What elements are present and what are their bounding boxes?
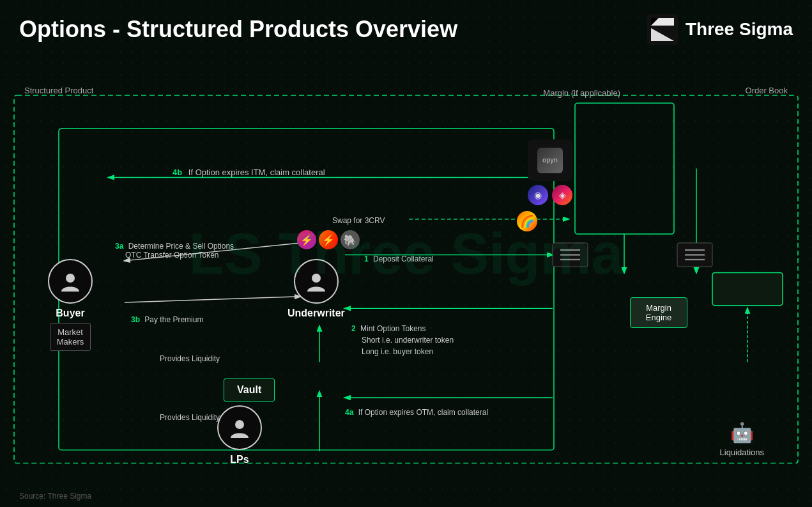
vault-box: Vault <box>224 378 275 402</box>
source-text: Source: Three Sigma <box>19 492 91 501</box>
lps-label: LPs <box>230 454 249 465</box>
margin-engine-label: Margin Engine <box>646 303 671 322</box>
provides-liquidity-2: Provides Liquidity <box>160 413 220 422</box>
token-icon-1: ⚡ <box>297 230 316 249</box>
buyer-avatar <box>48 259 93 304</box>
brand-icon <box>647 14 678 45</box>
svg-rect-21 <box>677 243 712 267</box>
svg-point-27 <box>235 420 244 429</box>
buyer-node: Buyer Market Makers <box>48 259 93 351</box>
protocol-logos: ◉ ◈ <box>528 185 572 205</box>
structured-product-label: Structured Product <box>24 86 93 95</box>
swap-label: Swap for 3CRV <box>332 216 385 225</box>
provides-liquidity-1: Provides Liquidity <box>160 354 220 363</box>
coin-token: 🌈 <box>517 211 537 231</box>
token-icon-2: ⚡ <box>319 230 338 249</box>
robot-icon: 🤖 <box>730 421 754 444</box>
orderbook-label: Order Book <box>746 86 788 95</box>
margin-engine-box: Margin Engine <box>630 297 687 328</box>
svg-rect-3 <box>575 103 674 234</box>
brand-name: Three Sigma <box>686 19 793 40</box>
underwriter-avatar <box>294 259 339 304</box>
brand-logo: Three Sigma <box>647 14 793 45</box>
svg-rect-4 <box>712 273 783 306</box>
step-4a-label: 4a If Option expires OTM, claim collater… <box>345 408 488 417</box>
liquidations-label: Liquidations <box>720 448 764 457</box>
buyer-person-icon <box>59 270 82 293</box>
lps-avatar <box>217 405 262 450</box>
liquidations-area: 🤖 Liquidations <box>720 421 764 457</box>
protocol-logo-1: ◉ <box>528 185 548 205</box>
page-container: Options - Structured Products Overview T… <box>0 0 812 507</box>
market-makers-box: Market Makers <box>50 323 91 351</box>
token-icon-3: 🐘 <box>341 230 360 249</box>
opyn-logo: opyn <box>528 139 572 181</box>
margin-label: Margin (if applicable) <box>543 88 620 98</box>
protocol-logo-2: ◈ <box>552 185 572 205</box>
svg-line-10 <box>125 297 300 302</box>
step-4b-label: 4b If Option expires ITM, claim collater… <box>172 168 325 177</box>
opyn-area: opyn ◉ ◈ <box>528 139 572 205</box>
svg-point-25 <box>66 274 75 283</box>
step-2-label: 2 Mint Option Tokens Short i.e. underwri… <box>351 323 454 357</box>
underwriter-node: Underwriter <box>287 259 345 319</box>
step-3b-label: 3b Pay the Premium <box>131 315 203 324</box>
lps-node: LPs <box>217 405 262 465</box>
underwriter-person-icon <box>305 270 328 293</box>
svg-point-26 <box>312 274 321 283</box>
rainbow-token: 🌈 <box>517 211 537 231</box>
underwriter-label: Underwriter <box>287 308 345 319</box>
buyer-label: Buyer <box>56 308 84 319</box>
opyn-icon: opyn <box>537 148 563 173</box>
svg-rect-17 <box>553 243 588 267</box>
header: Options - Structured Products Overview T… <box>19 14 793 45</box>
diagram-area: Structured Product Order Book <box>13 70 799 475</box>
step-3a-label: 3a Determine Price & Sell Options OTC Tr… <box>115 242 234 260</box>
vault-label: Vault <box>237 384 261 395</box>
token-icons-row: ⚡ ⚡ 🐘 <box>297 230 360 249</box>
page-title: Options - Structured Products Overview <box>19 16 457 43</box>
step-1-label: 1 Deposit Collateral <box>364 254 434 263</box>
lps-person-icon <box>228 416 251 439</box>
